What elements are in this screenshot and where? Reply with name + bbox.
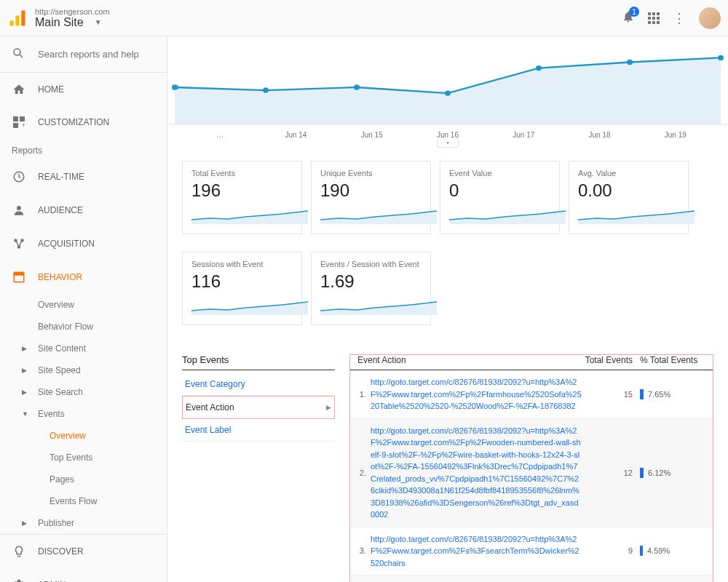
svg-point-10	[17, 206, 21, 210]
chart-expand-handle[interactable]: ▾	[437, 139, 459, 148]
scorecard-value: 116	[191, 271, 293, 292]
scorecard-label: Unique Events	[320, 169, 422, 178]
scorecard-label: Total Events	[191, 169, 293, 178]
site-selector[interactable]: http://sengerson.com Main Site ▼	[35, 7, 622, 29]
sub-site-speed[interactable]: ▶Site Speed	[0, 359, 167, 381]
sub-events[interactable]: ▼Events	[0, 403, 167, 425]
bulb-icon	[12, 545, 26, 558]
site-name-label: Main Site	[35, 16, 84, 29]
scorecard[interactable]: Unique Events190	[311, 161, 431, 234]
scorecard[interactable]: Events / Session with Event1.69	[311, 252, 431, 325]
avatar[interactable]	[699, 7, 721, 29]
svg-rect-2	[21, 10, 25, 25]
nav-customization[interactable]: +CUSTOMIZATION	[0, 106, 167, 138]
svg-rect-1	[15, 15, 19, 25]
top-events-item[interactable]: Event Action▶	[182, 396, 335, 419]
event-action-table: Event Action Total Events % Total Events…	[349, 354, 713, 582]
scorecard-value: 190	[320, 180, 422, 201]
scorecard-label: Sessions with Event	[191, 260, 293, 268]
sub-site-content[interactable]: ▶Site Content	[0, 338, 167, 359]
sub-publisher[interactable]: ▶Publisher	[0, 512, 167, 534]
row-pct: 4.59%	[647, 546, 670, 555]
sub-site-search[interactable]: ▶Site Search	[0, 381, 167, 403]
col-total-events: Total Events	[574, 355, 633, 365]
pct-bar	[640, 389, 644, 399]
event-action-link[interactable]: http://goto.target.com/c/82676/81938/209…	[371, 425, 589, 521]
svg-point-17	[263, 87, 269, 92]
svg-point-3	[14, 49, 20, 55]
nav-realtime[interactable]: REAL-TIME	[0, 160, 167, 194]
scorecard[interactable]: Total Events196	[182, 161, 302, 234]
table-header: Event Action Total Events % Total Events	[350, 355, 713, 370]
apps-icon[interactable]	[648, 12, 660, 24]
top-events-title: Top Events	[182, 354, 335, 370]
clock-icon	[12, 170, 26, 183]
main-content: 25 …Jun 14Jun 15Jun 16Jun 17Jun 18Jun 19…	[167, 36, 728, 582]
nav-home[interactable]: HOME	[0, 73, 167, 106]
scorecard-value: 0.00	[578, 180, 679, 201]
site-url: http://sengerson.com	[35, 7, 622, 16]
kebab-menu-icon[interactable]: ⋮	[673, 10, 686, 26]
sub-events-flow[interactable]: Events Flow	[0, 490, 167, 512]
sub-events-overview[interactable]: Overview	[0, 425, 167, 447]
trend-chart: 25	[167, 36, 728, 131]
event-action-link[interactable]: http://goto.target.com/c/82676/81938/209…	[371, 533, 589, 570]
acquisition-icon	[12, 237, 26, 250]
col-pct-events: % Total Events	[633, 355, 705, 365]
search-input[interactable]	[38, 49, 147, 60]
chevron-right-icon: ▶	[22, 519, 27, 527]
search-row[interactable]	[0, 36, 167, 73]
svg-rect-15	[14, 272, 24, 276]
pct-bar	[640, 468, 644, 478]
customization-icon: +	[12, 116, 26, 128]
sub-behavior-flow[interactable]: Behavior Flow	[0, 316, 167, 338]
table-row: 1.http://goto.target.com/c/82676/81938/2…	[350, 370, 713, 419]
top-events-item[interactable]: Event Category	[182, 373, 335, 396]
table-row: 4.http://goto.target.com/c/82676/81938/2…	[350, 575, 713, 582]
sub-events-pages[interactable]: Pages	[0, 469, 167, 490]
col-event-action: Event Action	[357, 355, 574, 365]
sub-events-top[interactable]: Top Events	[0, 447, 167, 469]
row-total: 12	[589, 469, 633, 477]
scorecard-value: 1.69	[320, 271, 422, 292]
notification-badge: 1	[629, 7, 639, 17]
row-total: 15	[589, 390, 633, 399]
svg-text:25: 25	[172, 84, 179, 91]
table-row: 3.http://goto.target.com/c/82676/81938/2…	[350, 527, 713, 576]
home-icon	[12, 83, 26, 96]
scorecard[interactable]: Sessions with Event116	[182, 252, 302, 325]
svg-point-13	[18, 246, 20, 248]
gear-icon	[12, 578, 26, 582]
ga-logo	[7, 8, 28, 28]
scorecard-value: 196	[191, 180, 293, 201]
svg-rect-5	[13, 116, 18, 121]
scorecard[interactable]: Avg. Value0.00	[569, 161, 689, 234]
svg-rect-7	[13, 123, 18, 128]
chevron-down-icon: ▼	[95, 18, 102, 26]
behavior-icon	[12, 271, 26, 284]
row-index: 1.	[357, 390, 371, 399]
chevron-down-icon: ▼	[22, 410, 28, 418]
chevron-right-icon: ▶	[22, 367, 27, 374]
table-row: 2.http://goto.target.com/c/82676/81938/2…	[350, 419, 713, 527]
scorecard[interactable]: Event Value0	[440, 161, 560, 234]
nav-acquisition[interactable]: ACQUISITION	[0, 227, 167, 260]
row-index: 2.	[357, 469, 371, 477]
nav-discover[interactable]: DISCOVER	[0, 535, 167, 568]
row-pct: 7.65%	[648, 390, 670, 399]
sidebar: HOME +CUSTOMIZATION Reports REAL-TIME AU…	[0, 36, 167, 582]
event-action-link[interactable]: http://goto.target.com/c/82676/81938/209…	[371, 376, 589, 412]
sub-overview[interactable]: Overview	[0, 294, 167, 316]
notifications-button[interactable]: 1	[622, 10, 635, 25]
nav-behavior[interactable]: BEHAVIOR	[0, 260, 167, 294]
top-events-item[interactable]: Event Label	[182, 419, 335, 442]
person-icon	[12, 204, 26, 217]
svg-point-18	[354, 84, 360, 89]
svg-point-20	[536, 65, 542, 71]
chevron-right-icon: ▶	[22, 388, 27, 396]
nav-audience[interactable]: AUDIENCE	[0, 194, 167, 227]
row-index: 3.	[357, 546, 371, 555]
chevron-right-icon: ▶	[22, 345, 27, 352]
svg-point-21	[627, 60, 633, 65]
nav-admin[interactable]: ADMIN	[0, 568, 167, 582]
